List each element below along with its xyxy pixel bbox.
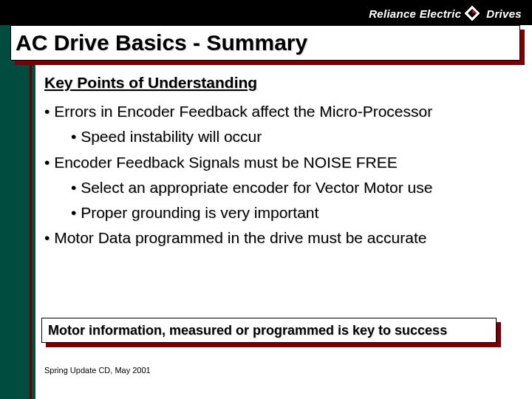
bullet-level-2: • Select an appropriate encoder for Vect… (71, 178, 517, 197)
bullet-level-2: • Proper grounding is very important (71, 203, 517, 222)
bullet-level-2: • Speed instability will occur (71, 127, 517, 146)
bullet-level-1: • Motor Data programmed in the drive mus… (44, 228, 517, 248)
subheading: Key Points of Understanding (44, 74, 517, 92)
slide-title: AC Drive Basics - Summary (16, 30, 307, 55)
brand-suffix: Drives (486, 7, 522, 20)
bullet-level-1: • Errors in Encoder Feedback affect the … (44, 102, 517, 121)
brand-prefix: Reliance Electric (369, 7, 461, 20)
brand-logo-icon (463, 4, 481, 22)
footer-text: Spring Update CD, May 2001 (44, 366, 151, 375)
callout-box: Motor information, measured or programme… (41, 318, 497, 343)
header-bar: Reliance Electric Drives (0, 0, 532, 25)
bullet-level-1: • Encoder Feedback Signals must be NOISE… (44, 153, 517, 172)
brand-block: Reliance Electric Drives (369, 4, 522, 22)
callout-text: Motor information, measured or programme… (48, 323, 447, 338)
left-accent-rule (30, 35, 32, 399)
title-box: AC Drive Basics - Summary (10, 25, 520, 61)
content-area: Key Points of Understanding • Errors in … (44, 74, 517, 254)
